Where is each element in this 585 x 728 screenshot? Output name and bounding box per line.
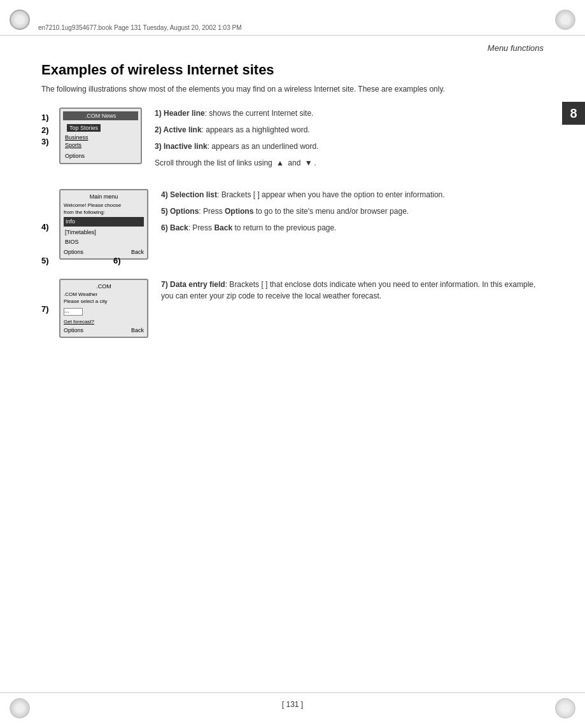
screen2-line1: Welcome! Please choose (64, 202, 144, 209)
screen3-link: Get forecast? (64, 319, 144, 325)
desc-item7: 7) Data entry field: Brackets [ ] that e… (161, 279, 544, 302)
screen2-back: Back (131, 249, 144, 255)
screen3-options: Options (64, 327, 83, 333)
scroll-text: Scroll through the list of links using ▲… (155, 157, 544, 169)
page-heading: Examples of wireless Internet sites (41, 62, 544, 78)
file-info: en7210.1ug9354677.book Page 131 Tuesday,… (38, 24, 547, 31)
screen2-highlight: Info (64, 217, 144, 227)
arrow-down-icon: ▼ (305, 157, 313, 169)
screen2-bracket1: [Timetables] (64, 228, 144, 237)
screen1-active-link: Top Stories (67, 124, 101, 132)
label-1: 1) (41, 113, 49, 122)
screen1-options: Options (63, 151, 138, 160)
screen3-input-field: ··· (64, 308, 83, 316)
desc-item4-label: 4) Selection list (161, 190, 217, 199)
screen2-container: 4) 5) 6) Main menu Welcome! Please choos… (59, 189, 148, 260)
desc-col-123: 1) Header line: shows the current Intern… (155, 108, 544, 174)
desc-item6-rest: to return to the previous page. (234, 223, 336, 232)
arrow-up-icon: ▲ (276, 157, 284, 169)
desc-item1: 1) Header line: shows the current Intern… (155, 108, 544, 119)
screen3-container: 7) .COM .COM Weather Please select a cit… (59, 279, 148, 338)
label-7: 7) (41, 304, 49, 314)
corner-decoration-tr (555, 10, 575, 30)
screen2-title: Main menu (64, 193, 144, 200)
screen3-bottom: Options Back (64, 327, 144, 333)
screen3-header3: Please select a city (64, 298, 144, 305)
desc-col-456: 4) Selection list: Brackets [ ] appear w… (161, 189, 544, 239)
desc-item3-colon: : appears as an underlined word. (208, 142, 319, 151)
example-block-1: 1) 2) 3) .COM News Top Stories Business … (41, 108, 544, 174)
screen2-bracket2: BIOS (64, 237, 144, 247)
desc-item2-label: 2) Active link (155, 125, 202, 134)
desc-item5-rest: to go to the site's menu and/or browser … (256, 207, 409, 216)
label-2: 2) (41, 125, 49, 135)
screen2-options: Options (64, 249, 83, 255)
desc-item6-label: 6) Back (161, 223, 188, 232)
phone-screen-3: .COM .COM Weather Please select a city ·… (59, 279, 148, 338)
screen3-back: Back (131, 327, 144, 333)
desc-item3: 3) Inactive link: appears as an underlin… (155, 141, 544, 152)
desc-item5-bold: Options (225, 207, 253, 216)
corner-decoration-tl (10, 10, 30, 30)
screen1-container: 1) 2) 3) .COM News Top Stories Business … (59, 108, 142, 164)
phone-screen-2: Main menu Welcome! Please choose from th… (59, 189, 148, 260)
phone-screen-1: .COM News Top Stories Business Sports Op… (59, 108, 142, 164)
desc-item7-label: 7) Data entry field (161, 280, 225, 289)
screen1-inactive1: Business (63, 134, 138, 141)
desc-item6-colon-text: : Press (188, 223, 212, 232)
bottom-border (0, 692, 585, 693)
intro-text: The following illustrations show most of… (41, 83, 544, 95)
desc-item1-label: 1) Header line (155, 109, 205, 118)
screen3-input-area: ··· (64, 305, 144, 319)
label-6: 6) (113, 256, 121, 265)
label-4: 4) (41, 222, 49, 232)
desc-col-7: 7) Data entry field: Brackets [ ] that e… (161, 279, 544, 307)
chapter-tab: 8 (562, 102, 585, 125)
scroll-and: and (288, 158, 300, 167)
example-block-3: 7) .COM .COM Weather Please select a cit… (41, 279, 544, 338)
desc-item6-bold: Back (214, 223, 232, 232)
screen3-header1: .COM (64, 283, 144, 290)
label-5: 5) (41, 256, 49, 265)
page-number: [ 131 ] (0, 700, 585, 709)
example-block-2: 4) 5) 6) Main menu Welcome! Please choos… (41, 189, 544, 260)
example-block-3-inner: 7) .COM .COM Weather Please select a cit… (41, 279, 544, 338)
desc-item5: 5) Options: Press Options to go to the s… (161, 206, 544, 217)
screen2-bottom: Options Back (64, 249, 144, 255)
desc-item4: 4) Selection list: Brackets [ ] appear w… (161, 189, 544, 200)
top-border (0, 35, 585, 36)
desc-item2: 2) Active link: appears as a highlighted… (155, 124, 544, 136)
desc-item4-colon: : Brackets [ ] appear when you have the … (217, 190, 445, 199)
desc-item6: 6) Back: Press Back to return to the pre… (161, 222, 544, 234)
screen1-header: .COM News (63, 111, 138, 120)
label-3: 3) (41, 137, 49, 146)
screen1-inactive2: Sports (63, 141, 138, 149)
screen2-line2: from the following: (64, 209, 144, 216)
section-title: Menu functions (41, 43, 544, 53)
screen2-body: Welcome! Please choose from the followin… (64, 202, 144, 246)
desc-item1-colon: : shows the current Internet site. (205, 109, 314, 118)
scroll-text-prefix: Scroll through the list of links using (155, 158, 272, 167)
desc-item2-colon: : appears as a highlighted word. (202, 125, 310, 134)
desc-item3-label: 3) Inactive link (155, 142, 208, 151)
desc-item5-colon-text: : Press (199, 207, 222, 216)
main-content: Menu functions Examples of wireless Inte… (41, 43, 544, 687)
screen3-header2: .COM Weather (64, 291, 144, 298)
desc-item5-label: 5) Options (161, 207, 199, 216)
